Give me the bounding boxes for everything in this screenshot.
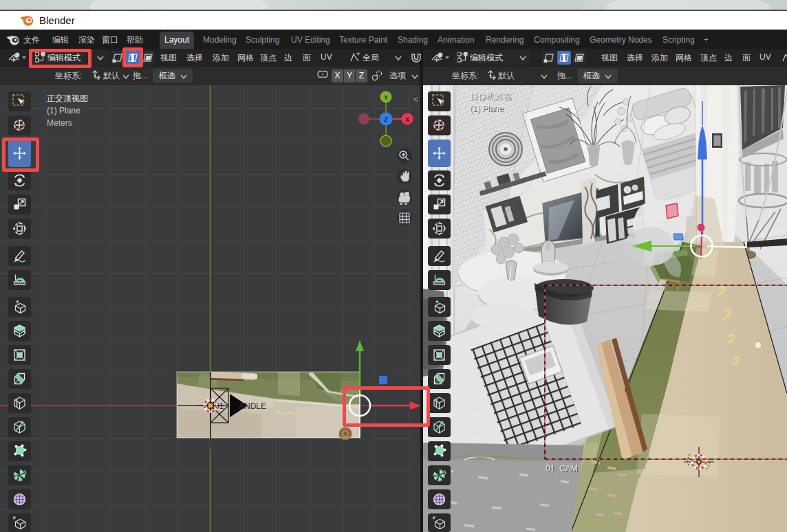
svg-text:Y: Y: [384, 94, 388, 101]
svg-text:(1) Plane: (1) Plane: [470, 104, 504, 113]
svg-text:正交顶视图: 正交顶视图: [47, 93, 88, 103]
svg-text:<: <: [413, 95, 418, 104]
svg-text:01_CAM: 01_CAM: [546, 464, 578, 474]
svg-text:ANDLE: ANDLE: [239, 401, 266, 411]
svg-text:Z: Z: [384, 116, 388, 123]
svg-text:摄像机透视: 摄像机透视: [469, 91, 511, 101]
svg-text:(1) Plane: (1) Plane: [47, 106, 80, 115]
svg-text:X: X: [405, 116, 409, 123]
svg-text:Meters: Meters: [47, 118, 72, 128]
